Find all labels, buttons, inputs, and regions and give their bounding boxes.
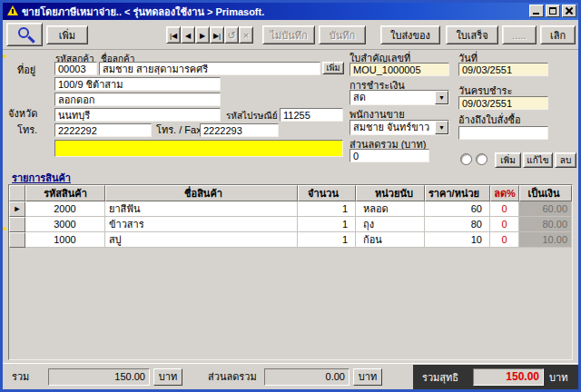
- delivery-note-button[interactable]: ใบส่งของ: [380, 25, 440, 44]
- net-total-value: 150.00: [473, 368, 544, 386]
- net-total-label: รวมสุทธิ: [422, 371, 458, 384]
- cell-price[interactable]: 10: [425, 232, 490, 248]
- nav-last-button[interactable]: ▶|: [210, 26, 224, 44]
- doc-no-field[interactable]: MOU_1000005: [350, 63, 449, 76]
- window-controls: [529, 5, 576, 17]
- col-header: รหัสสินค้า: [25, 185, 105, 201]
- warning-icon: [7, 5, 18, 15]
- fax-label: โทร. / Fax: [156, 124, 202, 136]
- baht-unit: บาท: [549, 371, 567, 384]
- total-discount-label: ส่วนลดรวม: [208, 371, 257, 383]
- item-add-button[interactable]: เพิ่ม: [495, 152, 521, 168]
- cell-unit[interactable]: ก้อน: [356, 232, 425, 248]
- add-record-button[interactable]: เพิ่ม: [46, 25, 88, 44]
- col-header: ราคา/หน่วย: [425, 185, 490, 201]
- cell-amount[interactable]: 60.00: [519, 201, 572, 217]
- address-line1-field[interactable]: 100/9 ชิต้าสาม: [54, 77, 221, 91]
- col-header: ชื่อสินค้า: [105, 185, 298, 201]
- cell-discount[interactable]: 0: [490, 217, 519, 232]
- table-row[interactable]: 3000 ข้าวสาร 1 ถุง 80 0 80.00: [9, 217, 572, 232]
- po-ref-field[interactable]: [458, 126, 548, 140]
- baht-unit: บาท: [153, 368, 182, 386]
- cell-unit[interactable]: ถุง: [356, 217, 425, 232]
- search-button[interactable]: [6, 23, 43, 46]
- total-label: รวม: [12, 371, 29, 383]
- cell-amount[interactable]: 10.00: [519, 232, 572, 248]
- grid-header-row: รหัสสินค้า ชื่อสินค้า จำนวน หน่วยนับ ราค…: [9, 185, 572, 201]
- customer-code-field[interactable]: 00003: [54, 62, 97, 75]
- minimize-button[interactable]: [529, 5, 544, 17]
- item-delete-button[interactable]: ลบ: [555, 152, 576, 168]
- postal-label: รหัสไปรษณีย์: [226, 110, 278, 122]
- customer-name-field[interactable]: สมชาย สายสุดามารคศรี: [99, 62, 320, 75]
- nav-first-button[interactable]: |◀: [166, 26, 181, 44]
- fax-field[interactable]: 2222293: [200, 123, 279, 137]
- item-edit-button[interactable]: แก้ไข: [523, 152, 553, 168]
- items-grid[interactable]: รหัสสินค้า ชื่อสินค้า จำนวน หน่วยนับ ราค…: [8, 184, 573, 360]
- discount-field[interactable]: 0: [350, 149, 429, 162]
- province-label: จังหวัด: [8, 108, 37, 120]
- po-ref-label: อ้างถึงใบสั่งซื้อ: [458, 114, 521, 126]
- note-field[interactable]: [54, 140, 343, 157]
- cell-name[interactable]: สบู่: [105, 232, 298, 248]
- title-bar[interactable]: ขายโดยภาษีเหมาจ่าย.. < รุ่นทดลองใช้งาน >…: [3, 3, 578, 20]
- col-header: ลด%: [490, 185, 519, 201]
- salesperson-combo[interactable]: สมชาย จันทร์ขาว ▼: [350, 120, 449, 135]
- selector-header: [9, 185, 25, 201]
- chevron-down-icon[interactable]: ▼: [435, 91, 448, 104]
- phone-field[interactable]: 2222292: [54, 123, 152, 137]
- row-selector: [9, 217, 25, 232]
- phone-label: โทร.: [17, 124, 37, 136]
- cell-qty[interactable]: 1: [298, 217, 356, 232]
- col-header: เป็นเงิน: [519, 185, 572, 201]
- window-title: ขายโดยภาษีเหมาจ่าย.. < รุ่นทดลองใช้งาน >…: [22, 4, 264, 20]
- toolbar: เพิ่ม |◀ ◀ ▶ ▶| ↺ × ไม่บันทึก บันทึก ใบส…: [3, 20, 578, 50]
- more-button[interactable]: .....: [502, 25, 537, 44]
- maximize-icon: [549, 7, 556, 15]
- add-customer-button[interactable]: เพิ่ม: [322, 62, 344, 74]
- status-indicator: [476, 153, 487, 165]
- payment-combo[interactable]: สด ▼: [350, 90, 449, 105]
- postal-field[interactable]: 11255: [280, 108, 343, 122]
- cell-unit[interactable]: หลอด: [356, 201, 425, 217]
- nav-prev-button[interactable]: ◀: [181, 26, 195, 44]
- save-button[interactable]: บันทึก: [319, 25, 366, 44]
- cell-name[interactable]: ข้าวสาร: [105, 217, 298, 232]
- cell-code[interactable]: 3000: [25, 217, 105, 232]
- maximize-button[interactable]: [546, 5, 560, 17]
- cell-code[interactable]: 2000: [25, 201, 105, 217]
- row-pointer-icon: ►: [9, 201, 25, 217]
- cell-price[interactable]: 60: [425, 201, 490, 217]
- date-field[interactable]: 09/03/2551: [458, 63, 548, 76]
- edge-marker-icon: [0, 225, 7, 232]
- receipt-button[interactable]: ใบเสร็จ: [446, 25, 498, 44]
- cell-amount[interactable]: 80.00: [519, 217, 572, 232]
- cell-discount[interactable]: 0: [490, 232, 519, 248]
- nav-undo-button[interactable]: ↺: [224, 26, 239, 44]
- address-line2-field[interactable]: ลอกดอก: [54, 93, 221, 106]
- province-field[interactable]: นนทบุรี: [54, 108, 221, 122]
- cell-name[interactable]: ยาสีฟัน: [105, 201, 298, 217]
- cell-code[interactable]: 1000: [25, 232, 105, 248]
- nav-cancel-button[interactable]: ×: [239, 26, 253, 44]
- col-header: หน่วยนับ: [356, 185, 425, 201]
- table-row[interactable]: ► 2000 ยาสีฟัน 1 หลอด 60 0 60.00: [9, 201, 572, 217]
- minimize-icon: [533, 13, 539, 15]
- close-button[interactable]: [562, 5, 576, 17]
- edge-marker-icon: [0, 53, 7, 60]
- chevron-down-icon[interactable]: ▼: [435, 121, 448, 134]
- nav-next-button[interactable]: ▶: [195, 26, 210, 44]
- cell-qty[interactable]: 1: [298, 232, 356, 248]
- exit-button[interactable]: เลิก: [540, 25, 576, 44]
- discard-button[interactable]: ไม่บันทึก: [262, 25, 315, 44]
- table-row[interactable]: 1000 สบู่ 1 ก้อน 10 0 10.00: [9, 232, 572, 248]
- payment-value: สด: [350, 91, 435, 104]
- row-selector: [9, 232, 25, 248]
- due-date-field[interactable]: 09/03/2551: [458, 96, 548, 110]
- address-label: ที่อยู่: [17, 64, 35, 76]
- net-total-panel: รวมสุทธิ 150.00 บาท: [413, 365, 578, 389]
- cell-discount[interactable]: 0: [490, 201, 519, 217]
- cell-price[interactable]: 80: [425, 217, 490, 232]
- cell-qty[interactable]: 1: [298, 201, 356, 217]
- salesperson-value: สมชาย จันทร์ขาว: [350, 121, 435, 134]
